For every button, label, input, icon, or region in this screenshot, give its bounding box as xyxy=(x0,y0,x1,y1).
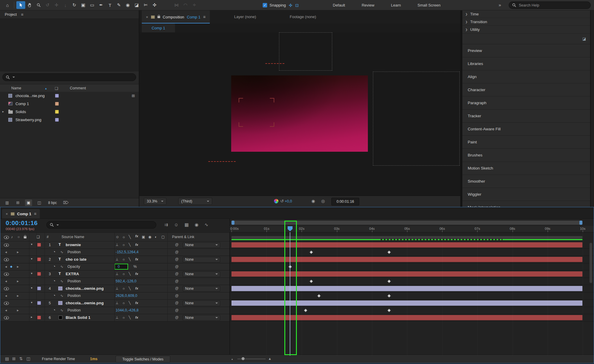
timeline-footer-icon-0[interactable]: ▤ xyxy=(5,356,9,361)
panel-tab-tracker[interactable]: Tracker xyxy=(462,110,590,123)
layer-switch-3-icon[interactable]: fx xyxy=(135,287,138,290)
timeline-toolbar-icon-4[interactable]: ∿ xyxy=(204,222,208,227)
audio-column-icon[interactable]: ♪ xyxy=(11,235,13,239)
timeline-search-input[interactable] xyxy=(46,221,156,229)
project-item-name[interactable]: chocola...nie.png xyxy=(15,94,45,98)
stopwatch-icon[interactable]: ◔ xyxy=(53,264,55,268)
keyframe-diamond[interactable] xyxy=(317,294,321,298)
pickwhip-icon[interactable]: @ xyxy=(175,265,179,269)
dolly-camera-tool-icon[interactable]: ↓ xyxy=(61,1,70,9)
panel-tab-content-aware-fill[interactable]: Content-Aware Fill xyxy=(462,123,590,136)
layer-switch-1-icon[interactable]: ☼ xyxy=(122,316,125,319)
previous-keyframe-arrow[interactable]: ◀ xyxy=(5,251,7,254)
layer-switch-0-icon[interactable]: ⊥ xyxy=(116,301,119,305)
timeline-toolbar-icon-1[interactable]: ☺ xyxy=(174,222,179,227)
property-name[interactable]: Position xyxy=(67,279,81,283)
layer-name[interactable]: EXTRA xyxy=(66,272,79,276)
timeline-comp-tab[interactable]: × Comp 1 ≡ xyxy=(2,209,40,219)
timeline-toolbar-icon-2[interactable]: ▦ xyxy=(185,222,189,227)
video-column-eye-icon[interactable] xyxy=(4,236,9,239)
keyframe-diamond[interactable] xyxy=(309,250,313,254)
property-row-3[interactable]: ◀▶◔∿Position592,4,-126,0@ xyxy=(0,278,594,285)
next-keyframe-arrow[interactable]: ▶ xyxy=(17,309,19,312)
source-name-column[interactable]: Source Name xyxy=(62,235,84,239)
zoom-in-mountain-icon[interactable]: ▲ xyxy=(268,357,272,361)
timeline-toolbar-icon-0[interactable]: ⇉ xyxy=(164,222,168,227)
disclosure-triangle-icon[interactable]: ▾ xyxy=(31,286,32,289)
layer-switch-0-icon[interactable]: ⊥ xyxy=(116,272,119,276)
layer-switch-2-icon[interactable]: ╲ xyxy=(129,287,131,290)
orbit-camera-tool-icon[interactable]: ↺ xyxy=(43,1,52,9)
switch-column-icon-0[interactable]: ☺ xyxy=(116,235,119,239)
pan-camera-tool-icon[interactable]: ✛ xyxy=(52,1,61,9)
visibility-eye-icon[interactable] xyxy=(4,273,9,276)
visibility-eye-icon[interactable] xyxy=(4,258,9,261)
pen-tool-icon[interactable]: ✒ xyxy=(97,1,105,9)
parent-link-dropdown[interactable]: None xyxy=(183,271,220,277)
layer-switch-1-icon[interactable]: ☼ xyxy=(122,301,125,305)
panel-tab-mask-interpolation[interactable]: Mask Interpolation xyxy=(462,201,590,207)
property-value[interactable]: -152,5,1264,4 xyxy=(116,250,138,254)
label-color-swatch[interactable] xyxy=(37,287,41,290)
snapshot-icon[interactable]: ◉ xyxy=(311,199,315,203)
property-name[interactable]: Position xyxy=(67,250,81,254)
disclosure-triangle-icon[interactable]: ▾ xyxy=(31,243,32,246)
keyframe-diamond[interactable] xyxy=(387,308,391,312)
close-tab-icon[interactable]: × xyxy=(6,212,8,216)
switch-column-icon-2[interactable]: ╲ xyxy=(129,235,131,239)
layer-switch-1-icon[interactable]: ☼ xyxy=(122,272,125,276)
previous-keyframe-arrow[interactable]: ◀ xyxy=(5,265,7,268)
snap-option-2-icon[interactable]: ⊡ xyxy=(295,3,299,8)
composition-tab[interactable]: × Composition Comp 1 ≡ xyxy=(142,10,210,23)
keyframe-at-current-time-icon[interactable]: ◆ xyxy=(10,265,12,268)
layer-switch-3-icon[interactable]: fx xyxy=(135,272,138,276)
panel-tab-brushes[interactable]: Brushes xyxy=(462,149,590,162)
next-keyframe-arrow[interactable]: ▶ xyxy=(17,280,19,283)
arc-tool-icon[interactable]: ◠ xyxy=(181,1,190,9)
switch-column-icon-7[interactable]: ▢ xyxy=(161,235,165,239)
comp-viewer-tab[interactable]: Comp 1 xyxy=(142,23,175,32)
reset-exposure-icon[interactable]: ↺ xyxy=(280,199,284,203)
rotation-tool-icon[interactable]: ↻ xyxy=(70,1,79,9)
pickwhip-icon[interactable]: @ xyxy=(175,301,179,305)
preview-timecode[interactable]: 0:00:01:16 xyxy=(331,198,359,205)
exposure-offset-value[interactable]: +0,0 xyxy=(285,199,292,203)
label-color-swatch[interactable] xyxy=(55,94,59,98)
workspace-review[interactable]: Review xyxy=(362,3,374,7)
lasso-tool-icon[interactable]: ⋈ xyxy=(172,1,181,9)
overflow-chevron-icon[interactable]: » xyxy=(499,2,501,7)
property-row-5[interactable]: ◀▶◔∿Position1044,0,-426,8@ xyxy=(0,307,594,314)
snapping-checkbox[interactable]: ✓ xyxy=(263,3,267,7)
keyframe-diamond[interactable] xyxy=(309,279,313,283)
lock-icon[interactable] xyxy=(157,16,160,18)
layer-row-4[interactable]: ▾4chocola...ownie.png⊥☼╲fx@None xyxy=(0,285,594,292)
project-item[interactable]: Strawberry.png xyxy=(0,116,139,124)
panel-menu-icon[interactable]: ≡ xyxy=(21,12,23,17)
next-keyframe-arrow[interactable]: ▶ xyxy=(17,295,19,297)
switch-column-icon-4[interactable]: ▣ xyxy=(142,235,145,239)
panel-tab-paint[interactable]: Paint xyxy=(462,136,590,149)
previous-keyframe-arrow[interactable]: ◀ xyxy=(5,295,7,297)
keyframe-diamond[interactable] xyxy=(304,308,308,312)
help-search-input[interactable]: Search Help xyxy=(509,1,591,9)
layer-row-6[interactable]: ▸6Black Solid 1⊥☼╲fx@None xyxy=(0,314,594,322)
layer-switch-3-icon[interactable]: fx xyxy=(135,243,138,246)
property-value[interactable]: 2626,0,609,0 xyxy=(116,294,137,298)
timeline-footer-icon-3[interactable]: ◫ xyxy=(26,356,30,361)
property-name[interactable]: Opacity xyxy=(67,265,80,269)
layer-switch-2-icon[interactable]: ╲ xyxy=(129,243,131,247)
pickwhip-icon[interactable]: @ xyxy=(175,315,179,319)
stopwatch-icon[interactable]: ◔ xyxy=(53,279,55,283)
brush-tool-icon[interactable]: ✎ xyxy=(114,1,123,9)
property-name[interactable]: Position xyxy=(67,308,81,312)
layer-row-5[interactable]: ▾5chocola...ownie.png⊥☼╲fx@None xyxy=(0,300,594,307)
zoom-out-mountain-icon[interactable]: ▴ xyxy=(231,357,233,360)
eraser-tool-icon[interactable]: ◪ xyxy=(132,1,141,9)
layer-number-column[interactable]: # xyxy=(47,235,49,239)
pickwhip-icon[interactable]: @ xyxy=(175,272,179,276)
layer-switch-2-icon[interactable]: ╲ xyxy=(129,316,131,319)
panel-tab-motion-sketch[interactable]: Motion Sketch xyxy=(462,162,590,175)
dock-group-time[interactable]: ❯Time xyxy=(462,10,590,18)
name-column-header[interactable]: Name xyxy=(11,86,21,90)
label-column-icon[interactable]: ❑ xyxy=(37,235,40,239)
